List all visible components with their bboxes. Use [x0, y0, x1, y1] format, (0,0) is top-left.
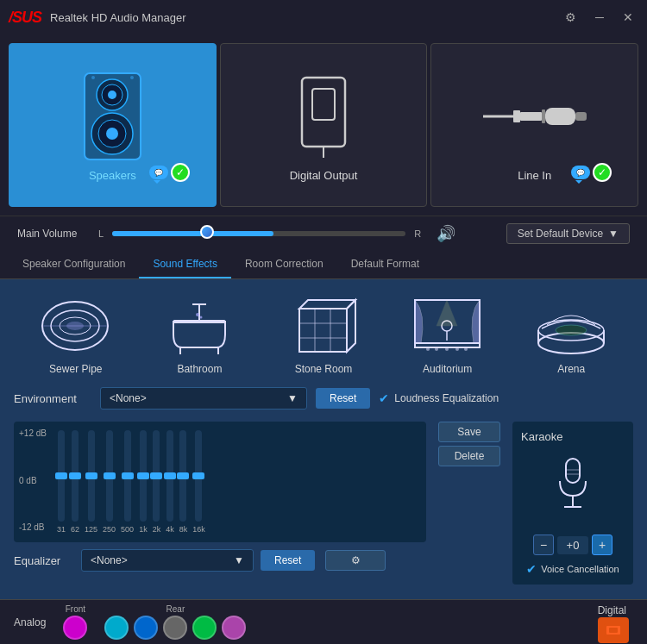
main-content: Sewer Pipe — [0, 279, 647, 599]
rear-jack-1[interactable] — [104, 616, 129, 640]
voice-cancellation-checkbox[interactable]: ✔ Voice Cancellation — [526, 562, 619, 576]
eq-band-1k[interactable]: 1k — [139, 430, 148, 534]
environment-controls: Environment <None> ▼ Reset ✔ Loudness Eq… — [14, 387, 633, 410]
eq-band-16k[interactable]: 16k — [192, 430, 205, 534]
env-item-bathroom[interactable]: Bathroom — [160, 293, 238, 375]
karaoke-minus-button[interactable]: − — [533, 535, 554, 555]
close-button[interactable]: ✕ — [618, 9, 638, 26]
tab-room-correction[interactable]: Room Correction — [231, 251, 337, 278]
svg-point-39 — [426, 347, 430, 351]
equalizer-main: +12 dB 0 dB -12 dB 31 62 — [14, 422, 426, 585]
karaoke-plus-button[interactable]: + — [592, 535, 612, 555]
dropdown-arrow-icon: ▼ — [608, 228, 619, 240]
eq-band-2k[interactable]: 2k — [153, 430, 161, 534]
eq-band-250[interactable]: 250 — [103, 430, 116, 534]
titlebar-controls: ⚙ ─ ✕ — [560, 9, 638, 26]
eq-band-62[interactable]: 62 — [71, 430, 79, 534]
eq-band-4k[interactable]: 4k — [166, 430, 174, 534]
eq-sliders-row: 31 62 125 250 — [22, 430, 418, 534]
bathroom-icon — [160, 293, 238, 358]
sewer-pipe-label: Sewer Pipe — [49, 363, 102, 375]
environment-dropdown[interactable]: <None> ▼ — [100, 387, 307, 410]
equalizer-reset-button[interactable]: Reset — [261, 550, 315, 571]
delete-button[interactable]: Delete — [438, 446, 501, 466]
stone-room-icon — [285, 293, 362, 358]
svg-rect-30 — [299, 309, 347, 352]
eq-band-125[interactable]: 125 — [85, 430, 97, 534]
svg-rect-14 — [520, 112, 542, 121]
svg-rect-56 — [609, 628, 618, 633]
svg-rect-17 — [575, 112, 587, 121]
digital-label: Digital — [598, 604, 626, 616]
environment-icons-row: Sewer Pipe — [14, 293, 633, 375]
front-jack[interactable] — [63, 616, 87, 640]
svg-point-3 — [108, 91, 116, 99]
svg-rect-15 — [542, 109, 545, 123]
eq-dropdown-arrow-icon: ▼ — [234, 554, 244, 566]
device-area: 💬 ✓ Speakers Digital Output — [0, 34, 647, 216]
digital-section: Digital — [598, 602, 633, 643]
equalizer-dropdown[interactable]: <None> ▼ — [81, 549, 254, 572]
environment-label: Environment — [14, 392, 91, 405]
env-item-auditorium[interactable]: Auditorium — [409, 293, 487, 375]
rear-jack-5[interactable] — [222, 616, 246, 640]
default-device-button[interactable]: Set Default Device ▼ — [506, 223, 630, 244]
main-window: /SUS Realtek HD Audio Manager ⚙ ─ ✕ — [0, 0, 647, 644]
svg-rect-16 — [545, 108, 575, 125]
rear-jack-4[interactable] — [192, 616, 217, 640]
eq-band-31[interactable]: 31 — [57, 430, 66, 534]
svg-point-6 — [106, 128, 118, 140]
volume-slider-track[interactable] — [112, 231, 405, 236]
env-item-stone-room[interactable]: Stone Room — [285, 293, 362, 375]
svg-point-48 — [556, 325, 587, 335]
window-title: Realtek HD Audio Manager — [50, 11, 551, 24]
speakers-icon — [78, 69, 147, 164]
bathroom-label: Bathroom — [177, 363, 222, 375]
auditorium-label: Auditorium — [423, 363, 472, 375]
svg-point-44 — [538, 333, 604, 353]
eq-sliders-container: +12 dB 0 dB -12 dB 31 62 — [14, 422, 426, 542]
save-button[interactable]: Save — [438, 422, 501, 442]
asus-logo: /SUS — [9, 9, 41, 27]
l-label: L — [98, 228, 104, 239]
device-card-line-in[interactable]: 💬 ✓ Line In — [430, 43, 638, 207]
settings-button[interactable]: ⚙ — [560, 9, 581, 26]
rear-jack-2[interactable] — [134, 616, 158, 640]
loudness-equalization-checkbox[interactable]: ✔ Loudness Equalization — [379, 391, 499, 405]
device-card-digital-output[interactable]: Digital Output — [220, 43, 428, 207]
svg-point-8 — [130, 76, 134, 79]
tab-sound-effects[interactable]: Sound Effects — [139, 251, 231, 278]
equalizer-label: Equalizer — [14, 554, 74, 567]
volume-label: Main Volume — [17, 228, 86, 240]
line-in-icon — [500, 69, 569, 164]
analog-label: Analog — [14, 616, 46, 628]
tabs-area: Speaker Configuration Sound Effects Room… — [0, 251, 647, 279]
eq-controls-row: Equalizer <None> ▼ Reset ⚙ — [14, 549, 426, 572]
bottom-bar: Analog Front Rear Digital — [0, 599, 647, 644]
sewer-pipe-icon — [37, 293, 115, 358]
env-item-sewer-pipe[interactable]: Sewer Pipe — [37, 293, 115, 375]
eq-area: +12 dB 0 dB -12 dB 31 62 — [14, 422, 633, 585]
volume-slider-thumb[interactable] — [200, 225, 214, 239]
rear-jack-3[interactable] — [163, 616, 187, 640]
svg-point-28 — [196, 313, 199, 316]
tab-default-format[interactable]: Default Format — [337, 251, 433, 278]
karaoke-value: +0 — [557, 536, 588, 554]
stone-room-label: Stone Room — [295, 363, 353, 375]
check-icon: ✓ — [171, 163, 190, 182]
rear-jacks-group: Rear — [104, 604, 246, 640]
tab-speaker-configuration[interactable]: Speaker Configuration — [9, 251, 139, 278]
environment-reset-button[interactable]: Reset — [316, 388, 370, 409]
front-label: Front — [66, 604, 85, 614]
karaoke-controls: − +0 + — [533, 535, 612, 555]
device-card-speakers[interactable]: 💬 ✓ Speakers — [9, 43, 217, 207]
arena-icon — [532, 293, 610, 358]
eq-settings-button[interactable]: ⚙ — [325, 550, 386, 571]
minimize-button[interactable]: ─ — [590, 9, 609, 26]
volume-icon: 🔊 — [437, 224, 455, 243]
digital-jack-icon[interactable] — [598, 617, 629, 643]
eq-band-500[interactable]: 500 — [121, 430, 134, 534]
line-in-check-icon: ✓ — [593, 163, 612, 182]
env-item-arena[interactable]: Arena — [532, 293, 610, 375]
eq-band-8k[interactable]: 8k — [179, 430, 188, 534]
